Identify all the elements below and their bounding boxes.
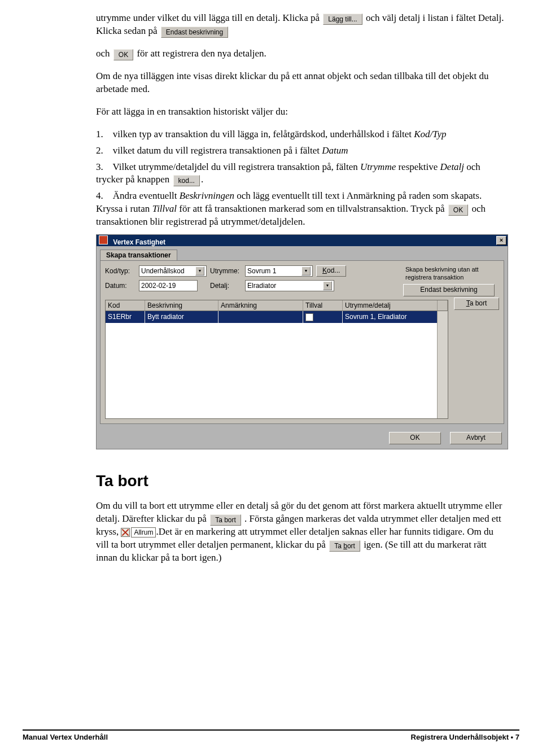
ta-bort-button-inline-2[interactable]: Ta bort bbox=[329, 540, 360, 552]
endast-beskrivning-button[interactable]: Endast beskrivning bbox=[403, 284, 495, 296]
detalj-value: Elradiator bbox=[247, 281, 276, 291]
heading-ta-bort: Ta bort bbox=[96, 472, 508, 490]
detalj-label: Detalj: bbox=[210, 282, 242, 290]
ok-button-inline-2[interactable]: OK bbox=[448, 204, 468, 216]
tillval-checkbox[interactable] bbox=[305, 313, 313, 321]
chevron-down-icon[interactable]: ▼ bbox=[301, 266, 311, 276]
text: utrymme under vilket du vill lägga till … bbox=[96, 12, 322, 23]
intro-paragraph-4: För att lägga in en transaktion historis… bbox=[96, 106, 508, 119]
text: 2. vilket datum du vill registrera trans… bbox=[96, 145, 322, 156]
close-icon[interactable]: × bbox=[496, 236, 506, 245]
window-title: Vertex Fastighet bbox=[113, 238, 165, 246]
intro-paragraph-1: utrymme under vilket du vill lägga till … bbox=[96, 12, 508, 38]
kodtyp-value: Underhållskod bbox=[141, 266, 185, 276]
ok-button[interactable]: OK bbox=[389, 432, 441, 444]
kodtyp-label: Kod/typ: bbox=[105, 267, 136, 275]
allrum-field: Allrum bbox=[131, 527, 156, 537]
step-4: 4. Ändra eventuellt Beskrivningen och lä… bbox=[96, 190, 508, 229]
field-name: Tillval bbox=[152, 203, 177, 214]
col-kod[interactable]: Kod bbox=[106, 300, 145, 311]
cell-anmarkning bbox=[218, 311, 303, 323]
kod-button[interactable]: Kod... bbox=[316, 265, 346, 277]
table-row[interactable]: S1ERbr Bytt radiator Sovrum 1, Elradiato… bbox=[106, 311, 448, 323]
kod-button-inline[interactable]: kod... bbox=[173, 175, 200, 186]
col-tillval[interactable]: Tillval bbox=[303, 300, 343, 311]
ta-bort-button[interactable]: Ta bort bbox=[454, 298, 499, 310]
step-1: 1. vilken typ av transaktion du vill läg… bbox=[96, 128, 508, 141]
transactions-grid: Kod Beskrivning Anmärkning Tillval Utrym… bbox=[105, 300, 448, 419]
ok-button-inline[interactable]: OK bbox=[113, 49, 133, 60]
utrymme-combo[interactable]: Sovrum 1 ▼ bbox=[245, 265, 313, 277]
text: för att registrera den nya detaljen. bbox=[137, 48, 266, 59]
field-name: Utrymme bbox=[360, 161, 396, 172]
step-3: 3. Vilket utrymme/detaljdel du vill regi… bbox=[96, 161, 508, 187]
text: respektive bbox=[396, 161, 440, 172]
footer-right: Registrera Underhållsobjekt • 7 bbox=[411, 733, 519, 741]
page-footer: Manual Vertex Underhåll Registrera Under… bbox=[23, 729, 519, 756]
text: 3. Vilket utrymme/detaljdel du vill regi… bbox=[96, 161, 360, 172]
chevron-down-icon[interactable]: ▼ bbox=[323, 281, 332, 290]
intro-paragraph-3: Om de nya tilläggen inte visas direkt kl… bbox=[96, 70, 508, 96]
vertex-fastighet-window: Vertex Fastighet × Skapa transaktioner K… bbox=[96, 234, 508, 449]
col-beskrivning[interactable]: Beskrivning bbox=[145, 300, 218, 311]
ta-bort-button-inline-1[interactable]: Ta bort bbox=[210, 514, 241, 526]
avbryt-button[interactable]: Avbryt bbox=[450, 432, 502, 444]
intro-paragraph-2: och OK för att registrera den nya detalj… bbox=[96, 47, 508, 60]
text: 1. vilken typ av transaktion du vill läg… bbox=[96, 129, 414, 139]
app-icon bbox=[99, 235, 108, 244]
cell-utrymme: Sovrum 1, Elradiator bbox=[343, 311, 438, 323]
field-name: Datum bbox=[322, 145, 348, 156]
cell-beskrivning: Bytt radiator bbox=[145, 311, 218, 323]
side-info-text: Skapa beskrivning utan att registrera tr… bbox=[403, 265, 499, 284]
tab-skapa-transaktioner[interactable]: Skapa transaktioner bbox=[100, 250, 177, 260]
text: 4. Ändra eventuellt bbox=[96, 190, 180, 201]
col-spacer bbox=[438, 300, 448, 311]
utrymme-label: Utrymme: bbox=[210, 267, 242, 275]
utrymme-value: Sovrum 1 bbox=[247, 266, 276, 276]
titlebar: Vertex Fastighet × bbox=[97, 235, 508, 246]
ta-bort-paragraph: Om du vill ta bort ett utrymme eller en … bbox=[96, 500, 508, 565]
grid-header-row: Kod Beskrivning Anmärkning Tillval Utrym… bbox=[106, 300, 448, 311]
datum-field[interactable]: 2002-02-19 bbox=[139, 280, 198, 291]
col-anmarkning[interactable]: Anmärkning bbox=[218, 300, 303, 311]
cross-allrum-icon: Allrum bbox=[121, 526, 156, 537]
text: od... bbox=[327, 266, 340, 274]
cell-tillval bbox=[303, 311, 343, 323]
endast-beskrivning-button-inline[interactable]: Endast beskrivning bbox=[161, 27, 228, 38]
footer-left: Manual Vertex Underhåll bbox=[23, 733, 108, 741]
chevron-down-icon[interactable]: ▼ bbox=[195, 266, 204, 276]
field-name: Detalj bbox=[440, 161, 465, 172]
datum-label: Datum: bbox=[105, 282, 136, 290]
cell-kod: S1ERbr bbox=[106, 311, 145, 323]
text: och bbox=[96, 48, 112, 59]
col-utrymme-detalj[interactable]: Utrymme/detalj bbox=[343, 300, 438, 311]
kodtyp-combo[interactable]: Underhållskod ▼ bbox=[139, 265, 207, 277]
scrollbar[interactable] bbox=[437, 311, 448, 418]
field-name: Beskrivningen bbox=[180, 190, 234, 201]
lagg-till-button-inline[interactable]: Lägg till... bbox=[323, 14, 362, 25]
field-name: Kod/Typ bbox=[414, 129, 446, 139]
step-2: 2. vilket datum du vill registrera trans… bbox=[96, 145, 508, 158]
text: för att få transaktionen markerad som en… bbox=[177, 203, 447, 214]
detalj-combo[interactable]: Elradiator ▼ bbox=[245, 280, 334, 291]
